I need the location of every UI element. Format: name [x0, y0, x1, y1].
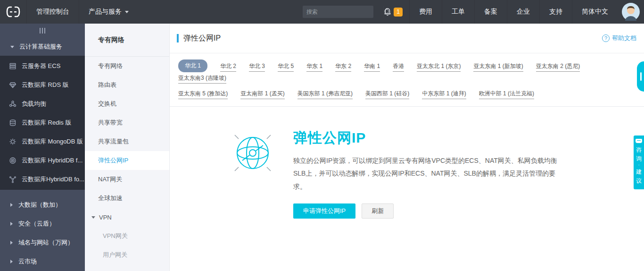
nav-link-label: 支持 — [549, 8, 562, 16]
region-tab-huabei3[interactable]: 华北 3 — [249, 62, 265, 72]
sidebar-group-marketplace[interactable]: 云市场 — [0, 252, 85, 271]
chevron-right-icon — [10, 241, 13, 245]
sidebar-item-ecs[interactable]: 云服务器 ECS — [0, 57, 85, 76]
submenu-item-eip-selected[interactable]: 弹性公网IP — [85, 151, 169, 170]
sidebar-item-slb[interactable]: 负载均衡 — [0, 94, 85, 113]
region-tab-huanan1[interactable]: 华南 1 — [364, 62, 380, 72]
network-nodes-icon — [8, 176, 17, 184]
nav-link-label: 简体中文 — [582, 8, 608, 16]
submenu-group-vpn[interactable]: VPN — [85, 208, 169, 227]
submenu-item-data-transfer-plan[interactable]: 共享流量包 — [85, 132, 169, 151]
nav-link-billing[interactable]: 费用 — [409, 0, 442, 24]
region-tab-hongkong[interactable]: 香港 — [393, 62, 404, 72]
submenu-item-vpn-gateway[interactable]: VPN网关 — [85, 227, 169, 246]
submenu-group-label: VPN — [99, 214, 112, 221]
feedback-label-separator: · — [638, 163, 640, 168]
region-tab-virginia[interactable]: 美国东部 1 (弗吉尼亚) — [297, 90, 353, 99]
sidebar-group-security[interactable]: 安全（云盾） — [0, 214, 85, 233]
region-tab-huabei5[interactable]: 华北 5 — [278, 62, 294, 72]
submenu-item-vswitch[interactable]: 交换机 — [85, 94, 169, 113]
sidebar-item-hybriddb-fo[interactable]: 云数据库HybridDB fo... — [0, 170, 85, 189]
region-tab-dubai[interactable]: 中东东部 1 (迪拜) — [422, 90, 466, 99]
feedback-label-char: 议 — [636, 177, 642, 186]
sidebar-group-label: 云计算基础服务 — [19, 42, 62, 51]
eip-description: 独立的公网IP资源，可以绑定到阿里云专有网络VPC类型的ECS、NAT网关、私网… — [293, 154, 560, 193]
region-tab-frankfurt[interactable]: 欧洲中部 1 (法兰克福) — [479, 90, 534, 99]
region-tab-huadong2[interactable]: 华东 2 — [335, 62, 351, 72]
user-avatar[interactable] — [618, 3, 644, 21]
sidebar-collapse-icon[interactable] — [0, 24, 85, 38]
title-accent-bar — [177, 34, 179, 42]
sidebar-item-label: 云数据库 MongoDB 版 — [22, 137, 83, 146]
submenu-item-shared-bandwidth[interactable]: 共享带宽 — [85, 113, 169, 132]
nav-link-tickets[interactable]: 工单 — [442, 0, 474, 24]
help-doc-label: 帮助文档 — [612, 34, 636, 42]
sidebar-group-cloud-computing[interactable]: 云计算基础服务 — [0, 38, 85, 56]
search-box — [303, 6, 373, 18]
sidebar-item-label: 云数据库 RDS 版 — [22, 81, 69, 89]
region-tab-siliconvalley[interactable]: 美国西部 1 (硅谷) — [365, 90, 409, 99]
server-icon — [8, 62, 17, 70]
load-balancer-icon — [8, 100, 17, 108]
sidebar-group-label: 云市场 — [18, 257, 37, 266]
sidebar-item-redis[interactable]: 云数据库 Redis 版 — [0, 113, 85, 132]
sidebar-item-mongodb[interactable]: 云数据库 MongoDB 版 — [0, 132, 85, 151]
sidebar-group-bigdata[interactable]: 大数据（数加） — [0, 195, 85, 214]
bell-icon — [384, 8, 391, 16]
nav-link-enterprise[interactable]: 企业 — [507, 0, 539, 24]
sidebar-group-label: 域名与网站（万网） — [18, 238, 74, 247]
region-tab-huabei2[interactable]: 华北 2 — [220, 62, 236, 72]
feedback-tab[interactable]: 咨 询 · 建 议 — [634, 136, 644, 189]
products-services-menu[interactable]: 产品与服务 — [79, 0, 138, 24]
chevron-right-icon — [10, 222, 13, 226]
sidebar-item-hybriddb-f[interactable]: 云数据库 HybridDB f... — [0, 151, 85, 170]
apply-eip-button[interactable]: 申请弹性公网IP — [293, 203, 355, 219]
sidebar-group-domains[interactable]: 域名与网站（万网） — [0, 233, 85, 252]
sidebar-expanded-panel: 云服务器 ECS 云数据库 RDS 版 负载均衡 — [0, 56, 85, 190]
submenu-item-nat-gateway[interactable]: NAT网关 — [85, 170, 169, 189]
sidebar-item-label: 负载均衡 — [22, 100, 46, 108]
nav-link-support[interactable]: 支持 — [539, 0, 572, 24]
feedback-chat-icon — [636, 139, 642, 143]
nav-link-label: 备案 — [484, 8, 497, 16]
question-circle-icon: ? — [602, 34, 610, 42]
notification-count-badge[interactable]: 1 — [394, 8, 403, 17]
sidebar-item-label: 云数据库 HybridDB f... — [22, 156, 83, 165]
nav-link-label: 企业 — [517, 8, 530, 16]
feedback-label-char: 询 — [636, 154, 642, 163]
page-header: 弹性公网IP ? 帮助文档 — [170, 24, 644, 53]
nav-link-language[interactable]: 简体中文 — [572, 0, 618, 24]
top-navbar: 管理控制台 产品与服务 1 费用 工单 备案 企业 支持 简体中 — [0, 0, 644, 24]
console-home-link[interactable]: 管理控制台 — [26, 0, 79, 24]
submenu-item-global-acceleration[interactable]: 全球加速 — [85, 189, 169, 208]
region-tab-mumbai[interactable]: 亚太南部 1 (孟买) — [240, 90, 284, 99]
sidebar-item-rds[interactable]: 云数据库 RDS 版 — [0, 76, 85, 94]
refresh-button[interactable]: 刷新 — [362, 203, 394, 219]
submenu-item-route-table[interactable]: 路由表 — [85, 76, 169, 94]
region-tab-singapore[interactable]: 亚太东南 1 (新加坡) — [473, 62, 523, 72]
submenu-item-vpc[interactable]: 专有网络 — [85, 57, 169, 76]
edge-toggle-bar-icon — [640, 72, 642, 81]
sidebar-item-label: 云服务器 ECS — [22, 62, 60, 70]
page-title: 弹性公网IP — [183, 34, 221, 43]
region-tab-kualalumpur[interactable]: 亚太东南3 (吉隆坡) — [178, 74, 226, 84]
eip-heading: 弹性公网IP — [293, 128, 560, 148]
nav-link-icp[interactable]: 备案 — [474, 0, 507, 24]
region-tab-tokyo[interactable]: 亚太东北 1 (东京) — [417, 62, 461, 72]
notifications-button[interactable]: 1 — [382, 8, 409, 17]
region-tab-huadong1[interactable]: 华东 1 — [306, 62, 322, 72]
primary-sidebar: 云计算基础服务 云服务器 ECS 云数据库 RDS 版 — [0, 24, 85, 271]
region-tab-row-1: 华北 1 华北 2 华北 3 华北 5 华东 1 华东 2 华南 1 香港 亚太… — [178, 59, 630, 84]
nav-link-label: 工单 — [452, 8, 465, 16]
region-tab-huabei1-selected[interactable]: 华北 1 — [178, 59, 207, 72]
sidebar-collapsed-groups: 大数据（数加） 安全（云盾） 域名与网站（万网） 云市场 — [0, 195, 85, 271]
alibaba-cloud-logo-icon[interactable] — [0, 0, 26, 24]
region-tab-sydney[interactable]: 亚太东南 2 (悉尼) — [536, 62, 580, 72]
help-doc-link[interactable]: ? 帮助文档 — [602, 34, 636, 42]
search-input[interactable] — [303, 6, 383, 17]
main-content: 弹性公网IP ? 帮助文档 华北 1 华北 2 华北 3 华北 5 华东 1 华… — [170, 24, 644, 271]
submenu-item-customer-gateway[interactable]: 用户网关 — [85, 246, 169, 264]
region-tab-jakarta[interactable]: 亚太东南 5 (雅加达) — [178, 90, 228, 99]
submenu-title: 专有网络 — [85, 24, 169, 57]
edge-panel-toggle[interactable] — [637, 61, 644, 92]
